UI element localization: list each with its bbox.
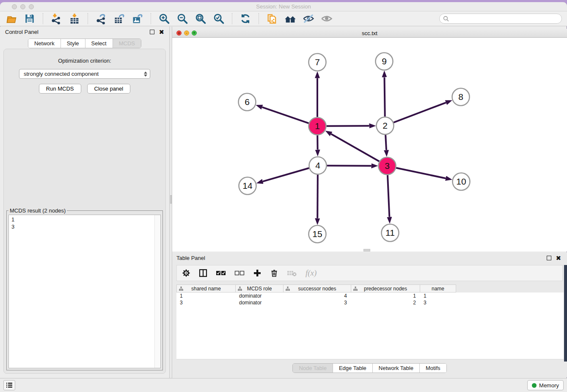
graph-node-15[interactable]: 15 [309, 226, 326, 243]
export-table-icon[interactable] [113, 12, 126, 25]
table-row[interactable]: 3dominator323 [176, 299, 564, 306]
toolbar-separator [259, 13, 259, 24]
network-close-button[interactable]: x [176, 30, 182, 36]
optimization-criterion-label: Optimization criterion: [4, 58, 165, 64]
svg-text:10: 10 [456, 177, 466, 186]
function-builder-icon[interactable]: f(x) [306, 268, 317, 279]
zoom-selected-icon[interactable] [212, 12, 225, 25]
graph-node-14[interactable]: 14 [239, 177, 256, 195]
table-row[interactable]: 1dominator411 [176, 293, 564, 299]
status-bar: Memory [0, 378, 567, 392]
result-scrollbar[interactable] [154, 215, 160, 368]
task-history-button[interactable] [3, 380, 15, 390]
graph-node-9[interactable]: 9 [376, 53, 393, 70]
close-panel-button[interactable]: Close panel [87, 84, 131, 94]
home-icon[interactable] [284, 12, 297, 25]
export-image-icon[interactable] [131, 12, 144, 25]
column-header-successor-nodes[interactable]: successor nodes [284, 284, 351, 293]
close-panel-icon[interactable]: ✖ [159, 30, 164, 34]
save-session-icon[interactable] [23, 12, 36, 25]
tab-motifs[interactable]: Motifs [420, 364, 446, 373]
graph-node-7[interactable]: 7 [309, 54, 326, 71]
minimize-window-button[interactable] [20, 4, 25, 9]
graph-node-4[interactable]: 4 [309, 157, 327, 174]
float-table-panel-icon[interactable] [547, 256, 551, 260]
network-graph: 1234678910111415 [172, 38, 567, 251]
show-eye-icon[interactable] [320, 12, 333, 25]
column-tree-icon [353, 287, 358, 291]
tab-select[interactable]: Select [85, 39, 113, 48]
column-header-name[interactable]: name [420, 284, 456, 293]
tab-style[interactable]: Style [61, 39, 85, 48]
create-column-icon[interactable] [253, 268, 261, 279]
graph-node-6[interactable]: 6 [239, 94, 256, 111]
graph-node-11[interactable]: 11 [382, 224, 399, 242]
criterion-dropdown[interactable]: strongly connected component [19, 69, 150, 79]
svg-text:9: 9 [382, 56, 387, 66]
toolbar-separator [43, 13, 43, 24]
column-tree-icon [286, 287, 290, 291]
graph-node-1[interactable]: 1 [309, 118, 326, 135]
memory-button[interactable]: Memory [527, 380, 564, 390]
close-table-panel-icon[interactable]: ✖ [556, 256, 561, 260]
float-panel-icon[interactable] [150, 30, 154, 34]
column-tree-icon [238, 287, 242, 291]
import-network-icon[interactable] [50, 12, 63, 25]
splitter-grip[interactable] [170, 195, 172, 204]
network-canvas[interactable]: 1234678910111415 [172, 38, 567, 251]
network-splitter-grip[interactable] [363, 249, 370, 251]
search-input[interactable] [439, 14, 562, 24]
tab-node-table[interactable]: Node Table [293, 364, 333, 373]
control-panel-title: Control Panel [5, 29, 39, 35]
zoom-fit-icon[interactable] [194, 12, 207, 25]
graph-edge [327, 166, 371, 166]
deselect-all-rows-icon[interactable] [234, 268, 245, 279]
graph-edge [326, 126, 369, 126]
run-mcds-button[interactable]: Run MCDS [39, 84, 81, 94]
select-all-rows-icon[interactable] [216, 268, 226, 279]
open-session-icon[interactable] [5, 12, 18, 25]
column-header-shared-name[interactable]: shared name [176, 284, 236, 293]
network-minimize-button[interactable]: - [184, 30, 189, 36]
import-table-icon[interactable] [68, 12, 81, 25]
clone-network-icon[interactable] [266, 12, 278, 25]
show-columns-icon[interactable] [199, 268, 207, 279]
toolbar-separator [232, 13, 232, 24]
vertical-splitter[interactable] [169, 27, 172, 378]
network-zoom-button[interactable]: + [192, 30, 197, 36]
column-header-mcds-role[interactable]: MCDS role [236, 284, 284, 293]
tab-network[interactable]: Network [28, 39, 61, 48]
maximize-window-button[interactable] [29, 4, 34, 9]
table-panel: Table Panel ✖ [172, 252, 567, 377]
table-panel-title: Table Panel [176, 255, 205, 261]
network-window: x - + scc.txt 1234678910111415 [172, 29, 567, 251]
gear-icon[interactable] [182, 268, 190, 279]
tab-mcds[interactable]: MCDS [113, 39, 141, 48]
toolbar-separator [151, 13, 151, 24]
search-field[interactable] [451, 16, 558, 22]
mcds-panel: Optimization criterion: strongly connect… [3, 49, 166, 374]
table-cell: 1 [420, 293, 456, 299]
graph-node-3[interactable]: 3 [379, 157, 396, 175]
table-cell: 2 [351, 300, 420, 306]
graph-node-10[interactable]: 10 [453, 173, 470, 190]
graph-node-2[interactable]: 2 [377, 117, 394, 135]
svg-text:8: 8 [458, 92, 463, 102]
node-table-body[interactable]: 1dominator4113dominator323 [176, 293, 564, 359]
svg-text:7: 7 [315, 57, 320, 67]
tab-network-table[interactable]: Network Table [373, 364, 420, 373]
delete-column-icon[interactable] [270, 268, 278, 279]
zoom-out-icon[interactable] [176, 12, 189, 25]
delete-table-icon[interactable] [287, 268, 297, 279]
graph-node-8[interactable]: 8 [452, 88, 470, 106]
criterion-value: strongly connected component [24, 71, 99, 77]
refresh-icon[interactable] [239, 12, 252, 25]
close-window-button[interactable] [12, 4, 17, 9]
zoom-in-icon[interactable] [158, 12, 171, 25]
table-cell: 1 [176, 293, 236, 299]
export-network-icon[interactable] [95, 12, 107, 25]
mcds-result-area[interactable]: 1 3 [8, 215, 161, 368]
hide-others-eye-icon[interactable] [302, 12, 315, 25]
column-header-predecessor-nodes[interactable]: predecessor nodes [351, 284, 420, 293]
tab-edge-table[interactable]: Edge Table [333, 364, 373, 373]
